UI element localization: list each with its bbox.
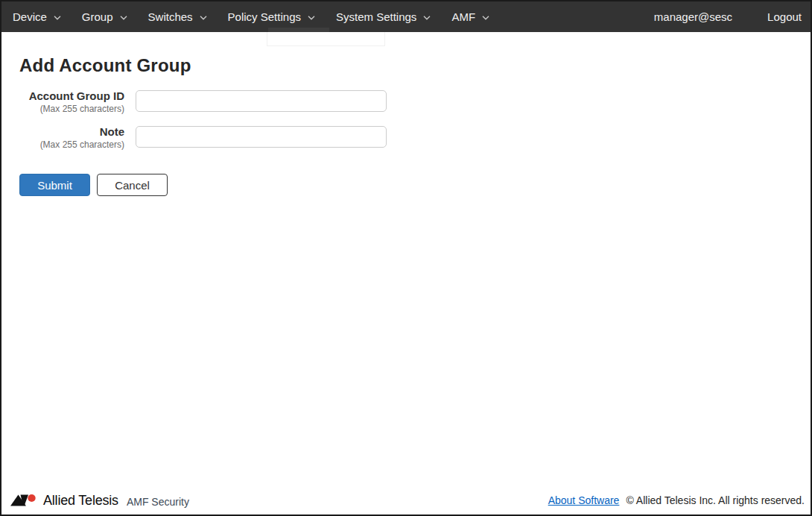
nav-item-label: Switches [148,10,193,23]
allied-telesis-logo-icon [10,493,39,508]
account-group-id-input[interactable] [136,90,387,112]
nav-item-system-settings[interactable]: System Settings [334,7,432,26]
footer-links: About Software © Allied Telesis Inc. All… [548,494,805,506]
note-hint: (Max 255 characters) [1,139,124,150]
nav-item-device[interactable]: Device [11,7,63,26]
nav-right: manager@sesc Logout [654,10,802,23]
chevron-down-icon [54,16,61,20]
note-input[interactable] [136,126,387,148]
chevron-down-icon [120,16,127,20]
chevron-down-icon [308,16,315,20]
nav-item-switches[interactable]: Switches [147,7,209,26]
account-group-id-hint: (Max 255 characters) [1,104,124,114]
page-title: Add Account Group [19,55,191,76]
nav-item-group[interactable]: Group [80,7,129,26]
chevron-down-icon [423,16,431,20]
nav-item-label: AMF [451,10,475,23]
nav-item-label: Group [82,10,113,23]
dropdown-remnant [267,32,385,46]
nav-item-amf[interactable]: AMF [450,7,491,26]
logged-in-user: manager@sesc [654,10,732,23]
nav-item-label: System Settings [336,10,416,23]
page: Device Group Switches Policy Settings Sy… [0,0,812,516]
cancel-button[interactable]: Cancel [97,174,168,196]
brand-name: Allied Telesis [43,493,118,509]
copyright-text: © Allied Telesis Inc. All rights reserve… [626,494,805,506]
product-name: AMF Security [127,496,189,508]
note-label: Note [1,125,124,138]
chevron-down-icon [200,16,207,20]
chevron-down-icon [482,16,489,20]
nav-item-label: Policy Settings [228,10,301,23]
nav-menu: Device Group Switches Policy Settings Sy… [11,7,491,26]
nav-item-label: Device [13,10,47,23]
footer-brand: Allied Telesis AMF Security [10,493,189,509]
account-group-id-label: Account Group ID [1,89,124,102]
footer: Allied Telesis AMF Security About Softwa… [1,491,811,515]
about-software-link[interactable]: About Software [548,494,620,506]
logout-button[interactable]: Logout [767,10,802,23]
top-navbar: Device Group Switches Policy Settings Sy… [1,1,811,32]
nav-item-policy-settings[interactable]: Policy Settings [226,7,317,26]
submit-button[interactable]: Submit [19,174,90,196]
note-label-block: Note (Max 255 characters) [1,125,124,150]
account-group-id-label-block: Account Group ID (Max 255 characters) [1,89,124,114]
